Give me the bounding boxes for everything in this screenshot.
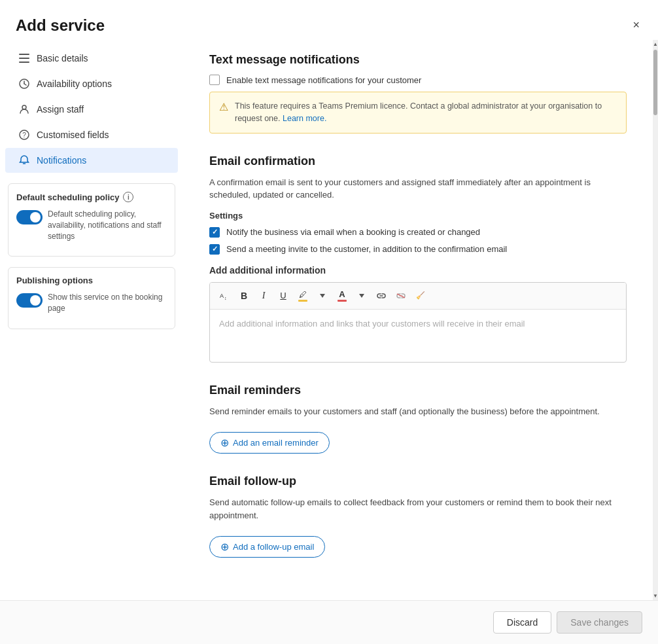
warning-text: This feature requires a Teams Premium li… — [235, 100, 617, 125]
warning-link[interactable]: Learn more. — [283, 114, 326, 123]
email-reminders-title: Email reminders — [209, 384, 627, 397]
svg-rect-1 — [19, 58, 29, 59]
svg-marker-12 — [320, 294, 325, 298]
text-message-title: Text message notifications — [209, 53, 627, 67]
text-message-section: Text message notifications Enable text m… — [209, 53, 627, 134]
link-btn[interactable] — [372, 287, 390, 305]
scheduling-policy-title: Default scheduling policy i — [16, 192, 167, 202]
unlink-btn[interactable] — [392, 287, 410, 305]
font-size-btn[interactable]: A↕ — [215, 287, 234, 305]
sidebar-item-customised-fields[interactable]: ? Customised fields — [5, 122, 178, 147]
email-confirmation-section: Email confirmation A confirmation email … — [209, 154, 627, 363]
menu-icon — [18, 52, 30, 64]
sidebar-item-availability-options[interactable]: Availability options — [5, 71, 178, 96]
modal-footer: Discard Save changes — [0, 600, 658, 644]
font-color-btn[interactable]: A — [333, 287, 351, 305]
add-followup-button[interactable]: ⊕ Add a follow-up email — [209, 536, 325, 558]
modal-body: Basic details Availability options Assig… — [0, 40, 658, 600]
sidebar-item-label: Basic details — [37, 53, 88, 63]
email-followup-section: Email follow-up Send automatic follow-up… — [209, 474, 627, 558]
sidebar-item-label: Availability options — [37, 79, 112, 89]
sidebar-item-label: Customised fields — [37, 130, 109, 140]
clock-icon — [18, 78, 30, 90]
svg-rect-0 — [19, 54, 29, 55]
add-followup-plus-icon: ⊕ — [220, 541, 229, 553]
publishing-options-toggle-label: Show this service on the booking page — [48, 292, 167, 314]
publishing-options-section: Publishing options Show this service on … — [8, 267, 175, 329]
svg-line-5 — [24, 84, 26, 85]
notify-business-row: ✓ Notify the business via email when a b… — [209, 227, 627, 238]
publishing-options-toggle-row: Show this service on the booking page — [16, 292, 167, 314]
checkmark-icon: ✓ — [212, 245, 218, 253]
person-icon — [18, 103, 30, 115]
italic-btn[interactable]: I — [254, 287, 273, 305]
font-color-dropdown-btn[interactable] — [353, 287, 371, 305]
underline-btn[interactable]: U — [274, 287, 292, 305]
editor-placeholder: Add additional information and links tha… — [219, 319, 525, 329]
add-info-label: Add additional information — [209, 265, 627, 276]
email-followup-title: Email follow-up — [209, 474, 627, 488]
publishing-options-toggle[interactable] — [16, 293, 43, 308]
info-icon[interactable]: i — [123, 192, 133, 202]
checkmark-icon: ✓ — [212, 228, 218, 236]
sidebar-item-basic-details[interactable]: Basic details — [5, 46, 178, 71]
add-reminder-plus-icon: ⊕ — [220, 437, 229, 449]
bold-btn[interactable]: B — [235, 287, 253, 305]
warning-box: ⚠ This feature requires a Teams Premium … — [209, 92, 627, 134]
email-reminders-desc: Send reminder emails to your customers a… — [209, 405, 627, 418]
modal-container: Add service × Basic details Availability… — [0, 0, 658, 644]
notify-business-label: Notify the business via email when a boo… — [226, 227, 480, 237]
warning-icon: ⚠ — [219, 101, 228, 113]
text-message-checkbox-label: Enable text message notifications for yo… — [226, 75, 421, 85]
bell-icon — [18, 154, 30, 166]
scrollbar-down-arrow[interactable]: ▼ — [653, 593, 658, 599]
add-reminder-button[interactable]: ⊕ Add an email reminder — [209, 432, 330, 454]
scrollbar-track[interactable]: ▲ ▼ — [653, 40, 658, 600]
scheduling-policy-toggle-label: Default scheduling policy, availability,… — [48, 209, 167, 241]
highlight-btn[interactable]: 🖊 — [294, 287, 312, 305]
svg-text:A: A — [220, 293, 224, 299]
save-button[interactable]: Save changes — [557, 611, 642, 634]
editor-toolbar: A↕ B I U — [210, 283, 626, 310]
email-confirmation-title: Email confirmation — [209, 154, 627, 168]
svg-point-6 — [22, 105, 26, 109]
publishing-options-title: Publishing options — [16, 276, 167, 285]
discard-button[interactable]: Discard — [493, 611, 551, 634]
sidebar-item-label: Assign staff — [37, 104, 84, 115]
modal-header: Add service × — [0, 0, 658, 40]
scrollbar-up-arrow[interactable]: ▲ — [653, 40, 658, 47]
svg-text:🧹: 🧹 — [416, 291, 425, 300]
email-reminders-section: Email reminders Send reminder emails to … — [209, 384, 627, 454]
sidebar-item-notifications[interactable]: Notifications — [5, 148, 178, 173]
sidebar-item-label: Notifications — [37, 155, 86, 166]
scheduling-policy-toggle[interactable] — [16, 210, 43, 224]
svg-marker-13 — [359, 294, 364, 298]
text-message-checkbox-row: Enable text message notifications for yo… — [209, 75, 627, 85]
text-message-checkbox[interactable] — [209, 75, 220, 85]
close-button[interactable]: × — [630, 16, 642, 35]
notify-business-checkbox[interactable]: ✓ — [209, 227, 220, 238]
scheduling-policy-section: Default scheduling policy i Default sche… — [8, 183, 175, 257]
send-invite-label: Send a meeting invite to the customer, i… — [226, 244, 507, 254]
clear-format-btn[interactable]: 🧹 — [411, 287, 430, 305]
settings-label: Settings — [209, 211, 627, 221]
send-invite-checkbox[interactable]: ✓ — [209, 244, 220, 255]
sidebar: Basic details Availability options Assig… — [0, 40, 183, 600]
main-content: Text message notifications Enable text m… — [183, 40, 653, 600]
add-reminder-label: Add an email reminder — [233, 438, 319, 448]
scrollbar-thumb[interactable] — [653, 50, 657, 115]
send-invite-row: ✓ Send a meeting invite to the customer,… — [209, 244, 627, 255]
modal-title: Add service — [16, 16, 105, 35]
svg-text:↕: ↕ — [224, 296, 227, 300]
email-confirmation-desc: A confirmation email is sent to your cus… — [209, 176, 627, 202]
svg-rect-2 — [19, 62, 29, 63]
svg-text:?: ? — [22, 132, 26, 139]
highlight-color-bar — [298, 300, 307, 302]
editor-body[interactable]: Add additional information and links tha… — [210, 310, 626, 362]
sidebar-item-assign-staff[interactable]: Assign staff — [5, 97, 178, 122]
email-followup-desc: Send automatic follow-up emails to colle… — [209, 496, 627, 522]
question-icon: ? — [18, 129, 30, 141]
highlight-dropdown-btn[interactable] — [313, 287, 332, 305]
font-color-bar — [338, 300, 347, 302]
scheduling-policy-toggle-row: Default scheduling policy, availability,… — [16, 209, 167, 241]
